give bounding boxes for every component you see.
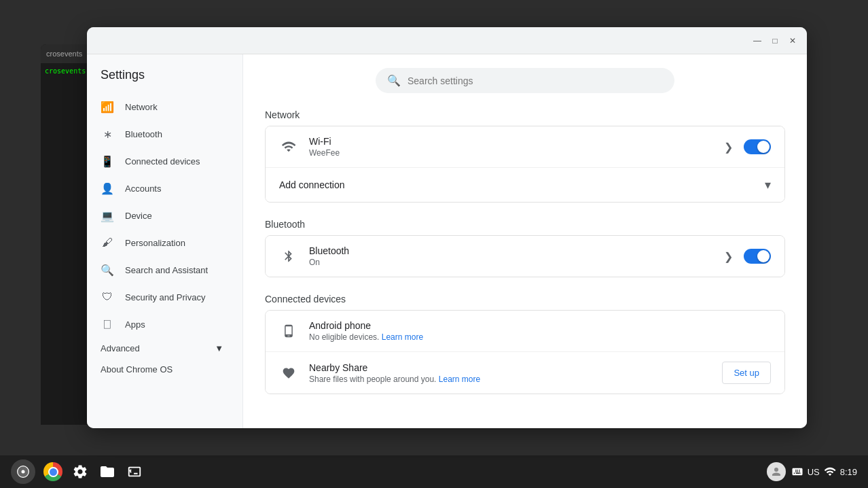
nearby-share-row[interactable]: Nearby Share Share files with people aro… bbox=[266, 352, 784, 394]
add-connection-row[interactable]: Add connection ▾ bbox=[266, 168, 784, 202]
bluetooth-icon: ∗ bbox=[101, 127, 114, 141]
settings-title: Settings bbox=[87, 63, 242, 93]
add-connection-chevron-icon: ▾ bbox=[765, 177, 771, 192]
sidebar-item-accounts[interactable]: 👤 Accounts bbox=[87, 175, 237, 202]
sidebar-item-search-assistant[interactable]: 🔍 Search and Assistant bbox=[87, 256, 237, 283]
chrome-icon-taskbar[interactable] bbox=[41, 459, 65, 484]
main-content: 🔍 Network Wi-Fi WeeFee bbox=[243, 54, 807, 428]
status-area[interactable]: US 8:19 bbox=[791, 466, 857, 478]
nearby-share-subtitle: Share files with people around you. Lear… bbox=[309, 374, 711, 384]
sidebar-item-personalization[interactable]: 🖌 Personalization bbox=[87, 229, 237, 256]
bluetooth-subtitle: On bbox=[309, 258, 713, 267]
taskbar-right: US 8:19 bbox=[767, 462, 857, 481]
wifi-card-text: Wi-Fi WeeFee bbox=[309, 136, 713, 158]
content-area: Settings 📶 Network ∗ Bluetooth 📱 Connect… bbox=[87, 54, 807, 428]
nearby-share-title: Nearby Share bbox=[309, 362, 711, 373]
bluetooth-toggle-knob bbox=[757, 250, 770, 262]
sidebar-item-device[interactable]: 💻 Device bbox=[87, 202, 237, 229]
sidebar-label-security-privacy: Security and Privacy bbox=[125, 292, 206, 302]
bluetooth-row[interactable]: Bluetooth On ❯ bbox=[266, 236, 784, 277]
connected-devices-section-header: Connected devices bbox=[265, 294, 785, 304]
network-section-header: Network bbox=[265, 109, 785, 120]
android-phone-learn-more-link[interactable]: Learn more bbox=[382, 332, 423, 342]
android-phone-subtitle: No eligible devices. Learn more bbox=[309, 332, 771, 342]
wifi-row[interactable]: Wi-Fi WeeFee ❯ bbox=[266, 126, 784, 168]
connected-devices-card: Android phone No eligible devices. Learn… bbox=[265, 310, 785, 394]
about-label: About Chrome OS bbox=[101, 364, 173, 374]
nearby-share-text: Nearby Share Share files with people aro… bbox=[309, 362, 711, 384]
terminal-body-text: crosevents bbox=[45, 67, 86, 75]
terminal-icon-taskbar[interactable] bbox=[122, 459, 147, 484]
sidebar-label-network: Network bbox=[125, 102, 158, 112]
bluetooth-section-header: Bluetooth bbox=[265, 219, 785, 230]
search-bar-container: 🔍 bbox=[265, 68, 785, 93]
advanced-label: Advanced bbox=[101, 343, 140, 353]
settings-icon-taskbar[interactable] bbox=[68, 459, 92, 484]
chrome-logo bbox=[43, 462, 62, 481]
search-input[interactable] bbox=[408, 75, 663, 86]
sidebar-label-device: Device bbox=[125, 211, 152, 221]
sidebar-item-security-privacy[interactable]: 🛡 Security and Privacy bbox=[87, 283, 237, 311]
person-icon: 👤 bbox=[101, 181, 114, 195]
laptop-icon: 💻 bbox=[101, 209, 114, 222]
sidebar-item-about[interactable]: About Chrome OS bbox=[87, 359, 237, 380]
bluetooth-arrow-icon: ❯ bbox=[724, 250, 733, 263]
network-region-label: US bbox=[808, 467, 820, 477]
files-icon-taskbar[interactable] bbox=[95, 459, 120, 484]
android-phone-icon bbox=[279, 321, 298, 341]
wifi-card-icon bbox=[279, 137, 298, 156]
user-avatar[interactable] bbox=[767, 462, 786, 481]
wifi-icon: 📶 bbox=[101, 100, 114, 114]
wifi-toggle-knob bbox=[757, 141, 770, 153]
settings-window: — □ ✕ Settings 📶 Network ∗ Bluetooth 📱 C… bbox=[87, 27, 807, 428]
sidebar-item-apps[interactable]: ⎕ Apps bbox=[87, 311, 237, 338]
nearby-share-icon bbox=[279, 364, 298, 383]
search-magnifier-icon: 🔍 bbox=[387, 74, 401, 87]
launcher-button[interactable] bbox=[11, 459, 35, 484]
terminal-title: crosevents bbox=[46, 50, 82, 58]
bluetooth-card: Bluetooth On ❯ bbox=[265, 235, 785, 277]
sidebar-label-bluetooth: Bluetooth bbox=[125, 129, 162, 139]
taskbar-left bbox=[11, 459, 147, 484]
android-phone-text: Android phone No eligible devices. Learn… bbox=[309, 320, 771, 342]
sidebar-label-apps: Apps bbox=[125, 319, 145, 330]
sidebar-item-advanced[interactable]: Advanced ▼ bbox=[87, 338, 237, 359]
network-card: Wi-Fi WeeFee ❯ Add connection ▾ bbox=[265, 126, 785, 203]
android-phone-title: Android phone bbox=[309, 320, 771, 331]
search-icon: 🔍 bbox=[101, 263, 114, 277]
nearby-share-setup-button[interactable]: Set up bbox=[722, 362, 771, 384]
wifi-title: Wi-Fi bbox=[309, 136, 713, 147]
bluetooth-card-icon bbox=[279, 247, 298, 266]
apps-icon: ⎕ bbox=[101, 317, 114, 331]
android-phone-row[interactable]: Android phone No eligible devices. Learn… bbox=[266, 311, 784, 352]
sidebar-label-search-assistant: Search and Assistant bbox=[125, 265, 208, 275]
wifi-toggle[interactable] bbox=[744, 139, 771, 154]
sidebar-label-connected-devices: Connected devices bbox=[125, 156, 200, 167]
paint-icon: 🖌 bbox=[101, 236, 114, 249]
close-button[interactable]: ✕ bbox=[786, 35, 799, 47]
minimize-button[interactable]: — bbox=[751, 35, 763, 47]
taskbar-wifi-icon bbox=[824, 466, 836, 478]
bluetooth-title: Bluetooth bbox=[309, 245, 713, 256]
svg-point-1 bbox=[22, 470, 25, 474]
phone-icon: 📱 bbox=[101, 154, 114, 168]
add-connection-label: Add connection bbox=[279, 179, 345, 190]
bluetooth-card-text: Bluetooth On bbox=[309, 245, 713, 267]
taskbar: US 8:19 bbox=[0, 455, 868, 488]
time-display: 8:19 bbox=[840, 467, 857, 477]
sidebar-item-network[interactable]: 📶 Network bbox=[87, 93, 237, 120]
sidebar-label-accounts: Accounts bbox=[125, 184, 161, 194]
maximize-button[interactable]: □ bbox=[769, 35, 781, 47]
wifi-subtitle: WeeFee bbox=[309, 148, 713, 158]
window-titlebar: — □ ✕ bbox=[87, 27, 807, 54]
sidebar-item-bluetooth[interactable]: ∗ Bluetooth bbox=[87, 120, 237, 147]
sidebar-label-personalization: Personalization bbox=[125, 238, 185, 248]
search-bar: 🔍 bbox=[376, 68, 674, 93]
sidebar-item-connected-devices[interactable]: 📱 Connected devices bbox=[87, 147, 237, 175]
bluetooth-toggle[interactable] bbox=[744, 249, 771, 264]
sidebar: Settings 📶 Network ∗ Bluetooth 📱 Connect… bbox=[87, 54, 243, 428]
shield-icon: 🛡 bbox=[101, 290, 114, 304]
advanced-chevron-icon: ▼ bbox=[215, 343, 223, 353]
wifi-arrow-icon: ❯ bbox=[724, 141, 733, 154]
nearby-share-learn-more-link[interactable]: Learn more bbox=[439, 374, 480, 384]
